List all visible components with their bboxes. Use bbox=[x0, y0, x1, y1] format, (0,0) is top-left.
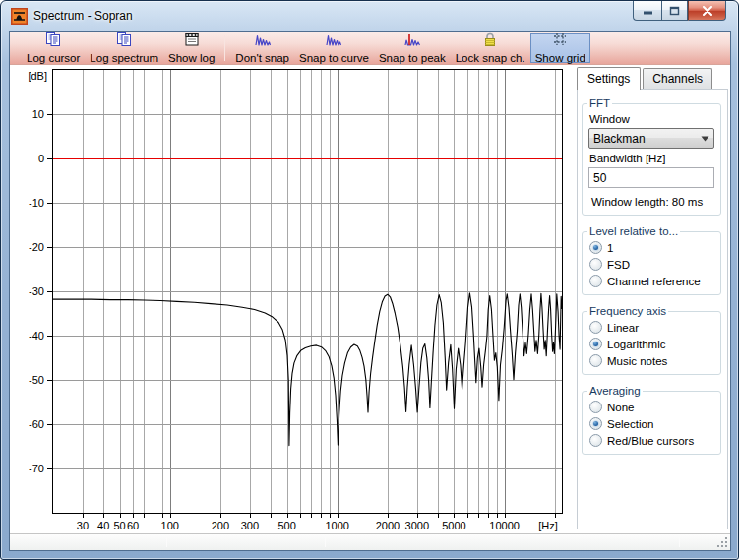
settings-panel: Settings Channels FFT Window Blackman bbox=[577, 65, 730, 533]
maximize-icon bbox=[669, 6, 680, 16]
statusbar bbox=[10, 533, 730, 550]
radio-icon bbox=[589, 258, 602, 271]
radio-logarithmic[interactable]: Logarithmic bbox=[589, 336, 715, 352]
toolbar-button-don-t-snap[interactable]: Don't snap bbox=[230, 33, 294, 63]
svg-text:-20: -20 bbox=[29, 241, 44, 253]
level-group: Level relative to... 1FSDChannel referen… bbox=[582, 225, 721, 295]
svg-text:0: 0 bbox=[38, 153, 44, 164]
plot-area[interactable] bbox=[53, 70, 562, 513]
copy-log-icon bbox=[45, 31, 61, 51]
tab-settings[interactable]: Settings bbox=[577, 67, 641, 90]
titlebar[interactable]: Spectrum - Sopran bbox=[1, 1, 738, 31]
grid-icon bbox=[552, 31, 568, 51]
toolbar-button-lock-snap-ch[interactable]: Lock snap ch. bbox=[451, 33, 530, 63]
radio-1[interactable]: 1 bbox=[589, 239, 715, 256]
window-length-text: Window length: 80 ms bbox=[591, 196, 715, 208]
averaging-group-title: Averaging bbox=[587, 385, 643, 397]
notepad-icon bbox=[184, 31, 200, 51]
settings-pane: FFT Window Blackman Bandwidth [Hz] Windo… bbox=[577, 89, 728, 529]
level-radio-list: 1FSDChannel reference bbox=[587, 239, 715, 289]
resize-grip-icon[interactable] bbox=[716, 536, 728, 548]
svg-text:30: 30 bbox=[77, 520, 89, 531]
fft-group: FFT Window Blackman Bandwidth [Hz] Windo… bbox=[582, 97, 721, 216]
minimize-button[interactable] bbox=[633, 1, 661, 21]
toolbar-button-log-cursor[interactable]: Log cursor bbox=[22, 33, 85, 63]
statusbar-divider bbox=[325, 537, 326, 547]
averaging-radio-list: NoneSelectionRed/Blue cursors bbox=[587, 399, 715, 449]
close-icon bbox=[702, 6, 713, 16]
radio-music-notes[interactable]: Music notes bbox=[589, 352, 715, 369]
radio-selection[interactable]: Selection bbox=[589, 415, 715, 432]
toolbar-button-label: Snap to peak bbox=[379, 52, 446, 64]
radio-label: 1 bbox=[607, 242, 613, 254]
radio-icon bbox=[589, 417, 602, 430]
tab-channels[interactable]: Channels bbox=[643, 68, 712, 89]
x-axis-labels: 3040506010020030050010002000300050001000… bbox=[77, 520, 520, 531]
radio-channel-reference[interactable]: Channel reference bbox=[589, 273, 715, 289]
bandwidth-input[interactable] bbox=[588, 167, 714, 188]
averaging-group: Averaging NoneSelectionRed/Blue cursors bbox=[582, 385, 721, 455]
radio-fsd[interactable]: FSD bbox=[589, 256, 715, 273]
toolbar-button-label: Log spectrum bbox=[90, 52, 158, 64]
toolbar-button-label: Snap to curve bbox=[299, 52, 369, 64]
radio-icon bbox=[589, 434, 602, 447]
toolbar-button-label: Log cursor bbox=[27, 52, 80, 64]
toolbar-button-label: Don't snap bbox=[235, 52, 289, 64]
radio-icon bbox=[589, 338, 602, 350]
radio-icon bbox=[589, 354, 602, 367]
x-axis-unit-label: [Hz] bbox=[538, 520, 558, 531]
caption-buttons bbox=[633, 1, 726, 21]
frequency-axis-group: Frequency axis LinearLogarithmicMusic no… bbox=[582, 305, 721, 375]
radio-label: FSD bbox=[607, 259, 630, 271]
svg-text:-60: -60 bbox=[29, 418, 44, 430]
svg-text:40: 40 bbox=[97, 520, 109, 531]
svg-text:300: 300 bbox=[241, 520, 259, 531]
svg-text:10: 10 bbox=[32, 108, 44, 120]
radio-linear[interactable]: Linear bbox=[589, 319, 715, 336]
frequency-axis-group-title: Frequency axis bbox=[587, 305, 668, 317]
toolbar-button-show-grid[interactable]: Show grid bbox=[530, 33, 590, 63]
statusbar-divider bbox=[679, 537, 680, 547]
client-area: 3040506010020030050010002000300050001000… bbox=[10, 65, 730, 533]
toolbar-button-snap-to-peak[interactable]: Snap to peak bbox=[374, 33, 451, 63]
statusbar-divider bbox=[166, 537, 167, 547]
bandwidth-label: Bandwidth [Hz] bbox=[589, 153, 715, 164]
svg-text:-10: -10 bbox=[29, 197, 44, 209]
app-window: Spectrum - Sopran Log cursorLog spectrum… bbox=[0, 0, 739, 560]
app-icon bbox=[11, 8, 28, 25]
svg-text:500: 500 bbox=[277, 520, 295, 531]
toolbar-button-snap-to-curve[interactable]: Snap to curve bbox=[294, 33, 374, 63]
close-button[interactable] bbox=[688, 1, 726, 21]
window-select[interactable]: Blackman bbox=[588, 128, 714, 149]
svg-text:3000: 3000 bbox=[405, 520, 429, 531]
svg-text:10000: 10000 bbox=[489, 520, 520, 531]
radio-icon bbox=[589, 321, 602, 334]
radio-none[interactable]: None bbox=[589, 399, 715, 415]
maximize-button[interactable] bbox=[661, 1, 688, 21]
fft-group-title: FFT bbox=[587, 97, 612, 109]
svg-text:200: 200 bbox=[212, 520, 229, 531]
svg-text:-50: -50 bbox=[29, 374, 44, 386]
radio-label: None bbox=[607, 402, 635, 413]
svg-text:100: 100 bbox=[161, 520, 179, 531]
radio-label: Red/Blue cursors bbox=[607, 435, 694, 447]
toolbar-button-log-spectrum[interactable]: Log spectrum bbox=[85, 33, 163, 63]
chevron-down-icon[interactable] bbox=[697, 129, 713, 148]
y-axis-unit-label: [dB] bbox=[28, 70, 47, 82]
spectrum-peak-icon bbox=[404, 31, 420, 51]
tab-bar: Settings Channels bbox=[577, 68, 714, 89]
window-title: Spectrum - Sopran bbox=[33, 1, 133, 31]
svg-text:60: 60 bbox=[127, 520, 139, 531]
radio-label: Linear bbox=[607, 322, 639, 334]
radio-red-blue-cursors[interactable]: Red/Blue cursors bbox=[589, 432, 715, 449]
x-axis-ticks bbox=[84, 514, 556, 518]
y-axis-labels: 100-10-20-30-40-50-60-70 bbox=[29, 108, 44, 474]
copy-log-icon bbox=[116, 31, 132, 51]
radio-label: Selection bbox=[607, 418, 653, 430]
svg-text:-70: -70 bbox=[29, 463, 44, 474]
toolbar-button-label: Show grid bbox=[535, 52, 585, 64]
svg-text:1000: 1000 bbox=[325, 520, 348, 531]
toolbar-button-show-log[interactable]: Show log bbox=[163, 33, 219, 63]
radio-label: Channel reference bbox=[607, 276, 701, 287]
window-content: Log cursorLog spectrumShow logDon't snap… bbox=[9, 31, 731, 551]
